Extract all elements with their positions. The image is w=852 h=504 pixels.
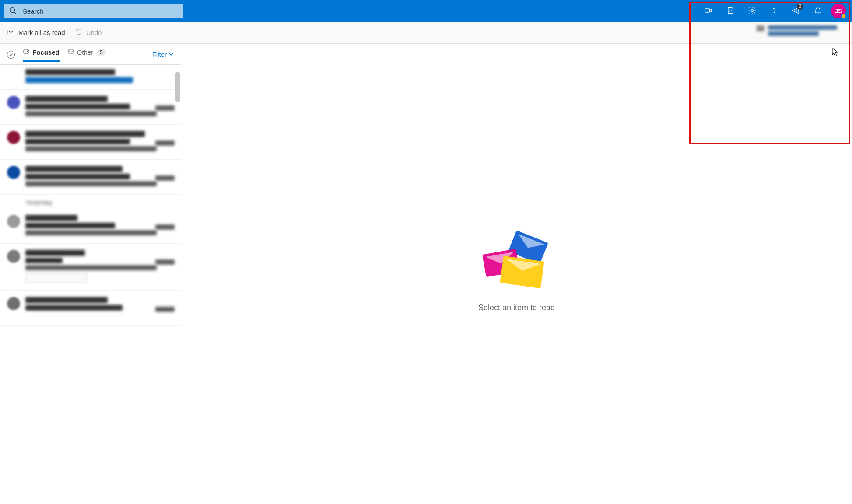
notifications-button[interactable] xyxy=(807,0,828,22)
whats-new-badge: 2 xyxy=(797,4,803,10)
search-input[interactable] xyxy=(22,7,178,15)
account-avatar[interactable]: JS xyxy=(831,4,846,18)
bell-icon xyxy=(813,6,822,16)
message-item[interactable] xyxy=(0,90,181,125)
chevron-down-icon xyxy=(168,51,174,58)
undo-icon xyxy=(75,28,83,37)
svg-point-4 xyxy=(774,12,774,13)
svg-rect-6 xyxy=(24,50,29,53)
avatar-initials: JS xyxy=(834,7,842,14)
svg-rect-7 xyxy=(68,50,74,53)
filter-label: Filter xyxy=(152,51,167,58)
command-bar: Mark all as read Undo xyxy=(0,22,852,44)
main-area: Focused Other 5 Filter xyxy=(0,44,852,504)
undo-label: Undo xyxy=(86,29,102,36)
message-item[interactable] xyxy=(0,244,181,291)
whats-new-button[interactable]: 2 xyxy=(785,0,806,22)
svg-rect-5 xyxy=(8,30,14,34)
top-bar: 2 JS xyxy=(0,0,852,22)
list-header: Focused Other 5 Filter xyxy=(0,44,181,64)
tasks-button[interactable] xyxy=(720,0,741,22)
undo-button[interactable]: Undo xyxy=(75,28,102,37)
tab-other[interactable]: Other 5 xyxy=(67,48,106,61)
empty-state-illustration xyxy=(484,236,550,293)
video-chat-icon xyxy=(704,6,713,16)
notification-preview xyxy=(740,25,841,38)
message-list[interactable]: Yesterday xyxy=(0,65,181,504)
tab-other-label: Other xyxy=(77,49,94,56)
svg-rect-2 xyxy=(705,8,710,12)
gear-icon xyxy=(748,6,757,16)
attachment-chip[interactable] xyxy=(25,273,87,283)
tab-other-count: 5 xyxy=(97,49,106,56)
tab-focused[interactable]: Focused xyxy=(23,48,60,61)
date-group-header: Yesterday xyxy=(0,195,181,209)
message-item[interactable] xyxy=(0,209,181,244)
message-list-panel: Focused Other 5 Filter xyxy=(0,44,181,504)
scrollbar-thumb[interactable] xyxy=(175,72,180,102)
svg-point-0 xyxy=(10,7,15,12)
help-icon xyxy=(770,6,778,16)
other-inbox-icon xyxy=(67,48,74,56)
reading-pane: Select an item to read xyxy=(181,44,852,504)
message-item[interactable] xyxy=(0,291,181,326)
mark-all-read-button[interactable]: Mark all as read xyxy=(7,28,65,37)
search-icon xyxy=(9,7,17,16)
filter-button[interactable]: Filter xyxy=(152,51,174,58)
svg-line-1 xyxy=(14,12,16,14)
top-icons: 2 JS xyxy=(698,0,848,22)
message-item[interactable] xyxy=(0,65,181,90)
select-all-toggle[interactable] xyxy=(7,51,15,59)
mail-read-icon xyxy=(7,28,15,37)
message-item[interactable] xyxy=(0,160,181,195)
message-item[interactable] xyxy=(0,125,181,160)
meet-now-button[interactable] xyxy=(698,0,719,22)
note-check-icon xyxy=(726,6,735,16)
tab-focused-label: Focused xyxy=(32,49,60,56)
settings-button[interactable] xyxy=(742,0,763,22)
help-button[interactable] xyxy=(764,0,785,22)
svg-point-3 xyxy=(751,9,754,11)
focused-inbox-icon xyxy=(23,48,30,56)
presence-indicator xyxy=(841,14,846,19)
mark-all-read-label: Mark all as read xyxy=(18,29,65,36)
empty-state-text: Select an item to read xyxy=(478,303,555,312)
search-box[interactable] xyxy=(4,4,183,18)
